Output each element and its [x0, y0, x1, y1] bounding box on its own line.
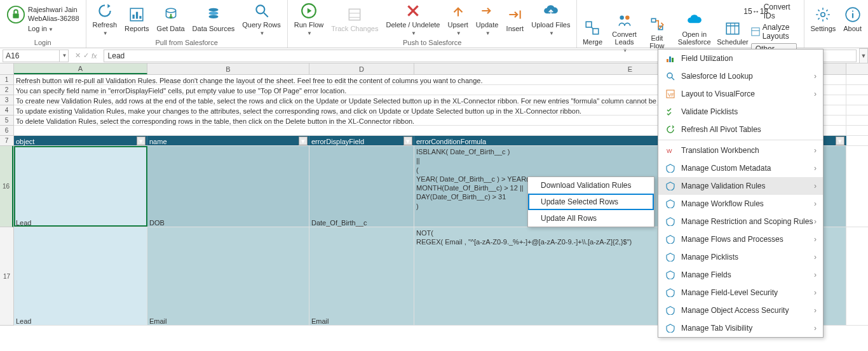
row-header-1[interactable]: 1 [0, 75, 13, 85]
col-header-d[interactable]: D [309, 63, 414, 74]
row-header-4[interactable]: 4 [0, 105, 13, 116]
refresh-pivot-item[interactable]: Refresh All Pivot Tables [658, 121, 823, 138]
svg-rect-25 [651, 18, 656, 22]
layout-to-vf-item[interactable]: VFLayout to VisualForce› [658, 85, 823, 103]
svg-rect-27 [726, 23, 739, 34]
badge-icon [665, 162, 676, 174]
delete-undelete-button[interactable]: Delete / Undelete▼ [382, 1, 444, 38]
track-changes-button[interactable]: Track Changes [327, 4, 382, 34]
filter-icon[interactable]: ▾ [137, 136, 146, 145]
svg-point-10 [256, 5, 264, 13]
header-error-display[interactable]: errorDisplayField▾ [309, 136, 414, 145]
convert-leads-button[interactable]: Convert Leads▼ [605, 10, 643, 55]
download-validation-rules-item[interactable]: Download Validation Rules [528, 177, 654, 194]
filter-icon[interactable]: ▾ [836, 136, 844, 145]
refresh-button[interactable]: Refresh▼ [89, 1, 121, 38]
manage-picklists-item[interactable]: Manage Picklists› [658, 248, 823, 266]
filter-icon[interactable]: ▾ [403, 136, 412, 145]
query-rows-button[interactable]: Query Rows▼ [238, 1, 285, 38]
svg-rect-39 [672, 58, 674, 62]
sf-id-lookup-item[interactable]: Salesforce Id Lookup› [658, 67, 823, 85]
badge-icon [665, 198, 676, 209]
upload-files-button[interactable]: Upload Files▼ [527, 1, 574, 38]
translation-workbench-item[interactable]: WTranslation Workbench› [658, 142, 823, 159]
row-header-5[interactable]: 5 [0, 116, 13, 126]
row-header-7[interactable]: 7 [0, 136, 13, 146]
analyze-layouts-link[interactable]: Analyze Layouts [751, 22, 797, 42]
edit-flow-button[interactable]: Edit Flow [644, 14, 671, 51]
ribbon-group-tools: Merge Convert Leads▼ Edit Flow Open in S… [577, 0, 804, 48]
row-header-6[interactable]: 6 [0, 126, 13, 136]
reports-button[interactable]: Reports [121, 4, 153, 34]
insert-button[interactable]: Insert [502, 4, 527, 34]
get-data-button[interactable]: Get Data [153, 4, 189, 34]
login-link[interactable]: Log in▼ [28, 24, 79, 33]
group-label-push: Push to Salesforce [290, 38, 574, 48]
cell-e17[interactable]: NOT( REGEX( Email , "^[a-zA-Z0-9._%+-]+@… [414, 227, 668, 325]
svg-rect-20 [587, 22, 592, 27]
refresh-pivot-icon [665, 124, 676, 135]
manage-metadata-item[interactable]: Manage Custom Metadata› [658, 159, 823, 177]
update-all-rows-item[interactable]: Update All Rows [528, 210, 654, 227]
scheduler-button[interactable]: Scheduler [718, 18, 747, 47]
manage-validation-item[interactable]: Manage Validation Rules› [658, 177, 823, 195]
fx-icon[interactable]: fx [92, 52, 97, 60]
user-block: Rajeshwari Jain WebAlias-36288 Log in▼ [3, 3, 83, 36]
col-header-a[interactable]: A [14, 63, 147, 74]
header-name[interactable]: name▾ [147, 136, 309, 145]
update-selected-rows-item[interactable]: Update Selected Rows [528, 194, 654, 210]
select-all-corner[interactable] [0, 63, 14, 74]
field-utilization-item[interactable]: Field Utilization [658, 50, 823, 67]
about-button[interactable]: About [839, 4, 865, 34]
filter-icon[interactable]: ▾ [299, 136, 308, 145]
collapse-caret[interactable]: ▼ [859, 48, 868, 63]
row-header-2[interactable]: 2 [0, 85, 13, 95]
cell-b16[interactable]: DOB [147, 146, 309, 227]
info-icon [844, 6, 862, 23]
data-sources-button[interactable]: Data Sources [189, 4, 239, 34]
name-box[interactable]: A16 [3, 50, 60, 62]
manage-fls-item[interactable]: Manage Field-Level Security› [658, 284, 823, 301]
update-button[interactable]: Update▼ [472, 1, 502, 38]
validate-picklists-item[interactable]: Validate Picklists [658, 103, 823, 121]
cell-d17[interactable]: Email [309, 227, 414, 325]
refresh-icon [96, 2, 114, 20]
row-header-16[interactable]: 16 [0, 146, 13, 227]
name-box-dropdown[interactable]: ▼ [60, 50, 69, 62]
open-in-salesforce-button[interactable]: Open in Salesforce▼ [670, 10, 718, 55]
manage-workflow-item[interactable]: Manage Workflow Rules› [658, 195, 823, 213]
gear-icon [814, 6, 832, 23]
settings-button[interactable]: Settings [807, 4, 840, 34]
manage-restriction-item[interactable]: Manage Restriction and Scoping Rules› [658, 213, 823, 230]
upsert-button[interactable]: Upsert▼ [444, 1, 471, 38]
manage-flows-item[interactable]: Manage Flows and Processes› [658, 230, 823, 248]
cell-a17[interactable]: Lead [14, 227, 147, 325]
cell-a16[interactable]: Lead [14, 146, 147, 227]
manage-oas-item[interactable]: Manage Object Access Security› [658, 301, 823, 319]
cell-b17[interactable]: Email [147, 227, 309, 325]
svg-text:VF: VF [668, 92, 674, 98]
cloud-icon [686, 11, 703, 29]
accept-formula-icon[interactable]: ✓ [83, 51, 89, 60]
layout-icon [751, 27, 760, 37]
cell-d16[interactable]: Date_Of_Birth__c [309, 146, 414, 227]
play-icon [300, 2, 318, 20]
cancel-formula-icon[interactable]: ✕ [75, 51, 81, 60]
col-header-b[interactable]: B [147, 63, 309, 74]
row-header-17[interactable]: 17 [0, 227, 13, 326]
merge-button[interactable]: Merge [580, 18, 605, 47]
ribbon-group-settings: Settings About [804, 0, 869, 48]
convert-ids-link[interactable]: 15↔18Convert IDs [751, 1, 797, 22]
run-flow-button[interactable]: Run Flow▼ [290, 1, 327, 38]
manage-tab-item[interactable]: Manage Tab Visibility› [658, 319, 823, 326]
svg-point-23 [620, 15, 624, 20]
svg-point-7 [208, 8, 218, 11]
header-object[interactable]: object▾ [14, 136, 147, 145]
group-label-pull: Pull from Salesforce [89, 38, 285, 48]
check-list-icon [665, 106, 676, 117]
manage-fields-item[interactable]: Manage Fields› [658, 266, 823, 284]
row-header-3[interactable]: 3 [0, 95, 13, 105]
svg-rect-21 [593, 29, 599, 34]
convert-leads-icon [616, 11, 634, 29]
search-icon [665, 70, 676, 82]
